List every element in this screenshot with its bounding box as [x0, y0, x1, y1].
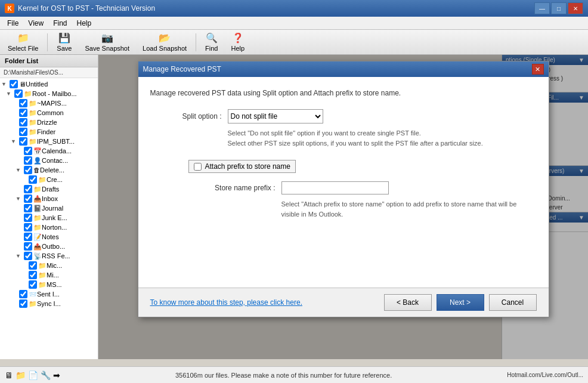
select-file-button[interactable]: 📁 Select File — [2, 31, 44, 54]
tree-checkbox[interactable] — [19, 137, 27, 146]
journal-icon: 📓 — [33, 205, 42, 212]
toolbar: 📁 Select File 💾 Save 📷 Save Snapshot 📂 L… — [0, 30, 588, 55]
tree-item-root[interactable]: ▼ 📁 Root - Mailbo... — [1, 89, 97, 98]
tree-item-inbox[interactable]: ▼ 📥 Inbox — [1, 194, 97, 203]
tree-checkbox[interactable] — [24, 194, 32, 203]
split-select-container: Do not split file 500 MB 1 GB 2 GB 4 GB — [228, 109, 323, 123]
tree-item-drafts[interactable]: 📁 Drafts — [1, 184, 97, 194]
tree-checkbox[interactable] — [29, 175, 37, 184]
tree-checkbox[interactable] — [14, 89, 23, 98]
maximize-button[interactable]: □ — [551, 2, 567, 14]
store-prefix-input[interactable] — [281, 181, 389, 194]
menu-help[interactable]: Help — [72, 17, 96, 29]
tree-checkbox[interactable] — [19, 109, 27, 117]
save-icon: 💾 — [58, 32, 70, 44]
tree-item-notes[interactable]: 📝 Notes — [1, 232, 97, 242]
more-info-link[interactable]: To know more about this step, please cli… — [150, 298, 302, 307]
folder-icon: 📁 — [29, 300, 37, 308]
status-bar-text: 356106m our files. Please make a note of… — [60, 372, 507, 379]
save-snapshot-button[interactable]: 📷 Save Snapshot — [79, 31, 135, 54]
find-button[interactable]: 🔍 Find — [200, 31, 223, 54]
snapshot-icon: 📷 — [101, 32, 113, 44]
tree-checkbox[interactable] — [24, 223, 32, 231]
dialog-footer: To know more about this step, please cli… — [138, 288, 549, 317]
tree-item-junk[interactable]: 📁 Junk E... — [1, 213, 97, 223]
tree-item-mic2[interactable]: 📁 Mi... — [1, 270, 97, 280]
tree-checkbox[interactable] — [24, 185, 32, 193]
tree-item-common[interactable]: 📁 Common — [1, 108, 97, 118]
tree-checkbox[interactable] — [29, 280, 37, 289]
tree-item-sent[interactable]: 📨 Sent I... — [1, 289, 97, 299]
load-icon: 📂 — [159, 32, 171, 44]
tree-checkbox[interactable] — [19, 290, 27, 298]
tree-item-deleted[interactable]: ▼ 🗑 Delete... — [1, 165, 97, 175]
menu-find[interactable]: Find — [48, 17, 72, 29]
minimize-button[interactable]: — — [534, 2, 550, 14]
tree-item-finder[interactable]: 📁 Finder — [1, 127, 97, 137]
dialog-overlay: Manage Recovered PST ✕ Manage recovered … — [98, 55, 588, 359]
dialog-body: Manage recovered PST data using Split op… — [138, 77, 549, 288]
folder-icon: 📁 — [38, 176, 47, 184]
tree-checkbox[interactable] — [19, 128, 27, 136]
tree-item-calendar[interactable]: 📅 Calenda... — [1, 146, 97, 156]
folder-icon: 📁 — [29, 128, 37, 136]
tree-checkbox[interactable] — [24, 214, 32, 222]
save-button[interactable]: 💾 Save — [51, 31, 77, 54]
tree-checkbox[interactable] — [24, 233, 32, 241]
tree-item-cre[interactable]: 📁 Cre... — [1, 175, 97, 184]
tree-checkbox[interactable] — [29, 261, 37, 270]
tree-item-rss[interactable]: ▼ 📡 RSS Fe... — [1, 251, 97, 261]
close-button[interactable]: ✕ — [568, 2, 583, 14]
tree-checkbox[interactable] — [29, 271, 37, 279]
tree-item-mapis[interactable]: 📁 ~MAPIS... — [1, 98, 97, 108]
attach-prefix-checkbox[interactable] — [194, 163, 202, 171]
tree-item-norton[interactable]: 📁 Norton... — [1, 223, 97, 232]
tree-checkbox[interactable] — [24, 252, 32, 260]
status-bar-url: Hotmail.com/Live.com/Outl... — [507, 372, 583, 378]
folder-icon: 📁 — [33, 214, 42, 222]
window-title: Kernel for OST to PST - Technician Versi… — [18, 4, 534, 13]
tree-checkbox[interactable] — [19, 299, 27, 308]
tree-item-untitled[interactable]: ▼ 🖥 Untitled — [1, 79, 97, 89]
tree-item-sync[interactable]: 📁 Sync I... — [1, 299, 97, 308]
help-button[interactable]: ❓ Help — [225, 31, 250, 54]
inbox-icon: 📥 — [33, 195, 42, 203]
status-bar-icon-4: 🔧 — [41, 370, 51, 380]
tree-checkbox[interactable] — [24, 242, 32, 251]
folder-icon: 📁 — [38, 281, 47, 289]
tree-item-ipm[interactable]: ▼ 📁 IPM_SUBT... — [1, 137, 97, 146]
right-panel: ptions (Single File) ▼ le ( MS Outlook )… — [98, 55, 588, 359]
folder-path: D:\Manisha\Files\OS... — [0, 67, 98, 78]
dialog-close-button[interactable]: ✕ — [532, 64, 544, 75]
store-prefix-row: Store name prefix : — [186, 181, 537, 194]
status-bar-icon-3: 📄 — [28, 370, 38, 380]
tree-item-journal[interactable]: 📓 Journal — [1, 203, 97, 213]
attach-prefix-label[interactable]: Attach prefix to store name — [188, 160, 296, 173]
tree-checkbox[interactable] — [19, 118, 27, 126]
store-prefix-help: Select "Attach prefix to store name" opt… — [281, 199, 537, 219]
next-button[interactable]: Next > — [437, 294, 484, 311]
folder-icon: 📁 — [29, 100, 37, 107]
tree-checkbox[interactable] — [24, 166, 32, 174]
split-option-select[interactable]: Do not split file 500 MB 1 GB 2 GB 4 GB — [228, 109, 323, 123]
store-prefix-label: Store name prefix : — [186, 184, 281, 192]
tree-item-drizzle[interactable]: 📁 Drizzle — [1, 118, 97, 127]
sent-icon: 📨 — [29, 291, 37, 298]
tree-checkbox[interactable] — [19, 99, 27, 107]
tree-checkbox[interactable] — [24, 156, 32, 165]
tree-checkbox[interactable] — [24, 204, 32, 212]
load-snapshot-button[interactable]: 📂 Load Snapshot — [137, 31, 192, 54]
tree-checkbox[interactable] — [10, 80, 18, 88]
cancel-button[interactable]: Cancel — [489, 294, 537, 311]
menu-view[interactable]: View — [23, 17, 48, 29]
back-button[interactable]: < Back — [384, 294, 432, 311]
folder-icon: 📁 — [29, 119, 37, 126]
tree-checkbox[interactable] — [24, 147, 32, 155]
folder-icon: 📁 — [38, 271, 47, 279]
tree-item-ms[interactable]: 📁 MS... — [1, 280, 97, 289]
menu-file[interactable]: File — [2, 17, 23, 29]
split-option-help: Select "Do not split file" option if you… — [228, 128, 537, 148]
tree-item-contacts[interactable]: 👤 Contac... — [1, 156, 97, 165]
tree-item-mic1[interactable]: 📁 Mic... — [1, 261, 97, 270]
tree-item-outbox[interactable]: 📤 Outbo... — [1, 242, 97, 251]
